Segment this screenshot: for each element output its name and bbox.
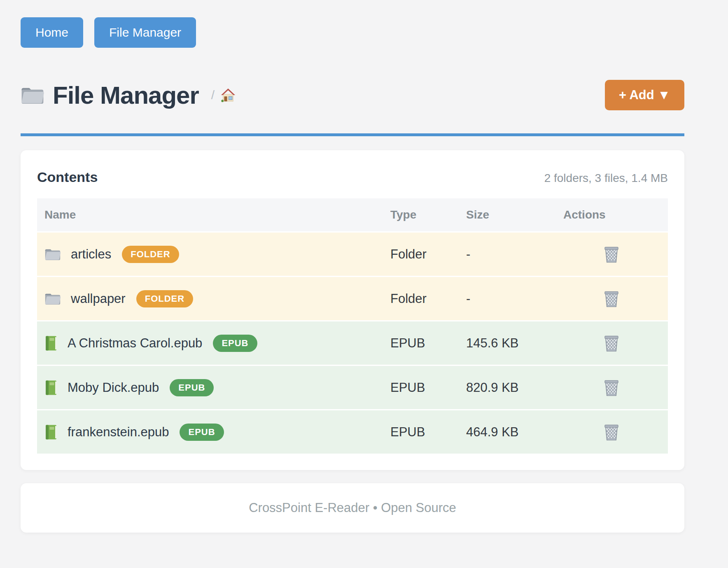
file-actions-cell — [556, 379, 667, 396]
table-row[interactable]: A Christmas Carol.epub EPUB EPUB 145.6 K… — [37, 320, 668, 365]
file-name-cell: Moby Dick.epub EPUB — [37, 379, 383, 396]
file-name-cell: wallpaper FOLDER — [37, 290, 383, 307]
file-size: - — [459, 291, 556, 306]
nav-file-manager-button[interactable]: File Manager — [94, 17, 196, 48]
contents-title: Contents — [37, 169, 98, 185]
file-type: EPUB — [383, 425, 459, 440]
file-name: A Christmas Carol.epub — [68, 336, 202, 351]
folder-icon — [44, 292, 61, 305]
table-row[interactable]: wallpaper FOLDER Folder - — [37, 276, 668, 320]
breadcrumb-separator: / — [211, 88, 215, 102]
folder-icon — [21, 85, 44, 105]
file-name-cell: A Christmas Carol.epub EPUB — [37, 335, 383, 352]
table-header-row: Name Type Size Actions — [37, 198, 668, 231]
file-type-badge: FOLDER — [136, 290, 193, 307]
file-name: frankenstein.epub — [68, 425, 169, 440]
table-row[interactable]: articles FOLDER Folder - — [37, 231, 668, 276]
title-divider — [21, 133, 684, 136]
table-row[interactable]: Moby Dick.epub EPUB EPUB 820.9 KB — [37, 365, 668, 409]
column-header-actions: Actions — [556, 208, 667, 221]
footer-card: CrossPoint E-Reader • Open Source — [21, 483, 684, 533]
file-size: 820.9 KB — [459, 380, 556, 395]
book-icon — [44, 335, 58, 351]
trash-icon — [604, 290, 619, 307]
book-icon — [44, 380, 58, 396]
file-actions-cell — [556, 246, 667, 263]
home-icon[interactable] — [220, 88, 236, 102]
column-header-name: Name — [37, 208, 383, 221]
title-group: File Manager / — [21, 81, 236, 109]
delete-button[interactable] — [604, 246, 619, 263]
file-type-badge: EPUB — [213, 335, 257, 352]
trash-icon — [604, 246, 619, 263]
file-size: - — [459, 247, 556, 262]
delete-button[interactable] — [604, 290, 619, 307]
trash-icon — [604, 379, 619, 396]
trash-icon — [604, 335, 619, 352]
file-name-cell: frankenstein.epub EPUB — [37, 424, 383, 441]
page-title: File Manager — [53, 81, 199, 109]
contents-card-header: Contents 2 folders, 3 files, 1.4 MB — [37, 169, 668, 185]
file-size: 145.6 KB — [459, 336, 556, 351]
delete-button[interactable] — [604, 379, 619, 396]
file-type-badge: EPUB — [180, 424, 224, 441]
file-name: Moby Dick.epub — [68, 380, 159, 395]
book-icon — [44, 424, 58, 440]
delete-button[interactable] — [604, 335, 619, 352]
nav-home-button[interactable]: Home — [21, 17, 83, 48]
table-body: articles FOLDER Folder - wallpa — [37, 231, 668, 454]
top-nav: Home File Manager — [21, 17, 684, 48]
contents-card: Contents 2 folders, 3 files, 1.4 MB Name… — [21, 150, 684, 470]
delete-button[interactable] — [604, 424, 619, 441]
contents-summary: 2 folders, 3 files, 1.4 MB — [544, 172, 668, 185]
footer-text: CrossPoint E-Reader • Open Source — [249, 500, 456, 515]
file-actions-cell — [556, 290, 667, 307]
file-actions-cell — [556, 424, 667, 441]
file-type: EPUB — [383, 380, 459, 395]
page-header: File Manager / + Add ▼ — [21, 77, 684, 113]
trash-icon — [604, 424, 619, 441]
file-name-cell: articles FOLDER — [37, 246, 383, 263]
file-type: Folder — [383, 291, 459, 306]
table-row[interactable]: frankenstein.epub EPUB EPUB 464.9 KB — [37, 409, 668, 454]
file-name: articles — [71, 247, 111, 262]
folder-icon — [44, 247, 61, 261]
column-header-size: Size — [459, 208, 556, 221]
file-table: Name Type Size Actions articles FOLDER F… — [37, 198, 668, 454]
file-size: 464.9 KB — [459, 425, 556, 440]
file-type-badge: FOLDER — [122, 246, 179, 263]
file-name: wallpaper — [71, 291, 126, 306]
file-type: EPUB — [383, 336, 459, 351]
column-header-type: Type — [383, 208, 459, 221]
file-actions-cell — [556, 335, 667, 352]
breadcrumb: / — [211, 88, 236, 102]
file-type-badge: EPUB — [170, 379, 214, 396]
add-button[interactable]: + Add ▼ — [605, 80, 684, 110]
file-type: Folder — [383, 247, 459, 262]
page: Home File Manager File Manager / — [21, 0, 684, 533]
